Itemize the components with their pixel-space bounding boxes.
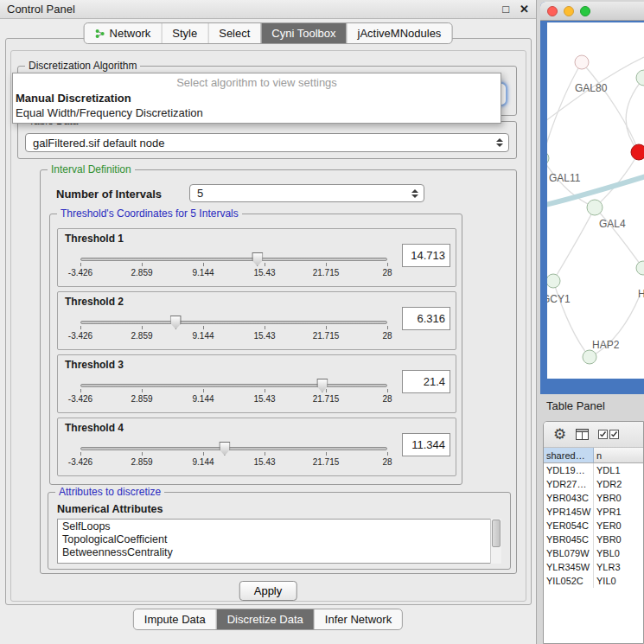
table-body: YDL19… YDL1 YDR27… YDR2 YBR043C YBR0 YPR… [544,463,643,588]
threshold-4-slider[interactable] [80,447,387,450]
threshold-1-slider[interactable] [80,258,387,261]
tick-label: 15.43 [253,268,275,277]
column-header-shared-name[interactable]: shared… [544,448,594,462]
table-data-combobox[interactable]: galFiltered.sif default node [25,133,509,152]
threshold-1-value-field[interactable]: 14.713 [402,244,450,267]
attribute-list-item[interactable]: TopologicalCoefficient [58,532,489,545]
apply-button[interactable]: Apply [239,581,297,601]
cell-shared-name[interactable]: YDR27… [544,477,594,491]
cell-shared-name[interactable]: YBL079W [544,546,594,560]
network-node[interactable] [575,55,589,69]
thresholds-group: Threshold's Coordinates for 5 Intervals … [49,214,462,485]
network-window-titlebar [540,2,644,21]
tab-infer-network[interactable]: Infer Network [314,609,402,629]
table-row[interactable]: YBR043C YBR0 [544,491,643,505]
network-node[interactable] [636,261,644,275]
tab-discretize-data[interactable]: Discretize Data [216,609,314,629]
attribute-list-item[interactable]: SelfLoops [58,520,489,532]
table-row[interactable]: YLR345W YLR3 [544,560,643,574]
attributes-scrollbar[interactable] [490,519,501,564]
cell-name[interactable]: YER0 [594,519,643,532]
cell-name[interactable]: YPR1 [594,505,643,519]
close-traffic-light-icon[interactable] [547,6,558,16]
attributes-group-title: Attributes to discretize [55,486,164,498]
tab-impute-data[interactable]: Impute Data [134,609,216,629]
tab-cyni-toolbox[interactable]: Cyni Toolbox [260,23,346,43]
cell-shared-name[interactable]: YPR145W [544,505,594,519]
tab-select[interactable]: Select [207,23,260,43]
cell-name[interactable]: YBR0 [594,532,643,546]
interval-definition-group-title: Interval Definition [48,163,135,175]
threshold-2-slider[interactable] [80,321,387,324]
table-row[interactable]: YIL052C YIL0 [544,574,643,588]
table-row[interactable]: YBR045C YBR0 [544,532,643,546]
cell-name[interactable]: YIL0 [594,574,643,588]
threshold-3-scale: -3.426 2.859 9.144 15.43 21.715 28 [80,394,387,405]
number-of-intervals-combobox[interactable]: 5 [189,184,424,202]
cell-shared-name[interactable]: YDL19… [544,463,594,477]
scrollbar-track[interactable] [490,519,501,564]
number-of-intervals-value: 5 [197,187,203,200]
scrollbar-thumb[interactable] [492,520,501,547]
table-row[interactable]: YPR145W YPR1 [544,505,643,519]
table-toolbar: ⚙ [544,422,643,448]
network-node[interactable] [547,151,549,165]
gear-icon[interactable]: ⚙ [553,427,566,442]
cell-name[interactable]: YDR2 [594,477,643,491]
cell-name[interactable]: YBR0 [594,491,643,505]
cell-shared-name[interactable]: YBR043C [544,491,594,505]
dropdown-item-placeholder[interactable]: Select algorithm to view settings [13,73,501,91]
network-node[interactable] [636,70,644,86]
threshold-2-value-field[interactable]: 6.316 [402,307,450,330]
network-canvas[interactable]: GAL80 GAL11 GAL4 GCY1 HAP2 H [547,22,644,379]
table-row[interactable]: YDL19… YDL1 [544,463,643,477]
tick-label: 9.144 [192,331,214,341]
table-header-row: shared… n [544,448,643,463]
dropdown-item-equal-width-frequency[interactable]: Equal Width/Frequency Discretization [13,105,501,120]
dropdown-item-manual-discretization[interactable]: Manual Discretization [13,91,501,105]
cell-shared-name[interactable]: YER054C [544,519,594,532]
cell-name[interactable]: YLR3 [594,560,643,574]
cell-name[interactable]: YDL1 [594,463,643,477]
tab-network[interactable]: Network [85,23,162,43]
threshold-3-value-field[interactable]: 21.4 [402,370,450,393]
close-icon[interactable]: ✕ [520,3,529,15]
thresholds-group-title: Threshold's Coordinates for 5 Intervals [57,207,242,220]
table-row[interactable]: YBL079W YBL0 [544,546,643,560]
network-view-window: GAL80 GAL11 GAL4 GCY1 HAP2 H [540,2,644,394]
select-columns-icon[interactable] [598,430,619,439]
cell-shared-name[interactable]: YBR045C [544,532,594,546]
node-label: HAP2 [592,339,620,351]
selected-red-node[interactable] [631,144,644,160]
tab-cyni-toolbox-label: Cyni Toolbox [271,27,335,40]
node-label: GCY1 [547,293,571,305]
network-node[interactable] [583,350,596,364]
attributes-group: Attributes to discretize Numerical Attri… [48,492,511,570]
number-of-intervals-label: Number of Intervals [56,188,162,201]
threshold-4-scale: -3.426 2.859 9.144 15.43 21.715 28 [80,457,387,468]
float-window-icon[interactable]: □ [502,3,509,15]
cell-shared-name[interactable]: YIL052C [544,574,594,588]
zoom-traffic-light-icon[interactable] [580,6,590,16]
tick-label: -3.426 [68,331,92,341]
column-header-name[interactable]: n [594,448,643,462]
network-node[interactable] [587,200,603,215]
table-row[interactable]: YER054C YER0 [544,519,643,532]
tab-jactivemnodules[interactable]: jActiveMNodules [347,23,452,43]
attribute-list-item[interactable]: BetweennessCentrality [58,545,489,558]
threshold-2-panel: Threshold 2 -3.426 2.859 9.144 15.43 21.… [57,291,456,350]
columns-icon[interactable] [576,429,589,440]
threshold-3-slider[interactable] [80,384,387,387]
threshold-4-value-field[interactable]: 11.344 [402,433,450,456]
tick-label: 21.715 [313,268,340,277]
minimize-traffic-light-icon[interactable] [564,6,574,16]
network-node[interactable] [547,274,560,288]
threshold-2-label: Threshold 2 [65,296,124,308]
tab-style[interactable]: Style [161,23,207,43]
table-row[interactable]: YDR27… YDR2 [544,477,643,491]
table-data-group: Table Data galFiltered.sif default node [17,121,517,159]
cell-name[interactable]: YBL0 [594,546,643,560]
cell-shared-name[interactable]: YLR345W [544,560,594,574]
threshold-1-panel: Threshold 1 -3.426 2.859 9.144 15.43 21.… [57,228,456,287]
node-label: GAL4 [599,218,626,230]
